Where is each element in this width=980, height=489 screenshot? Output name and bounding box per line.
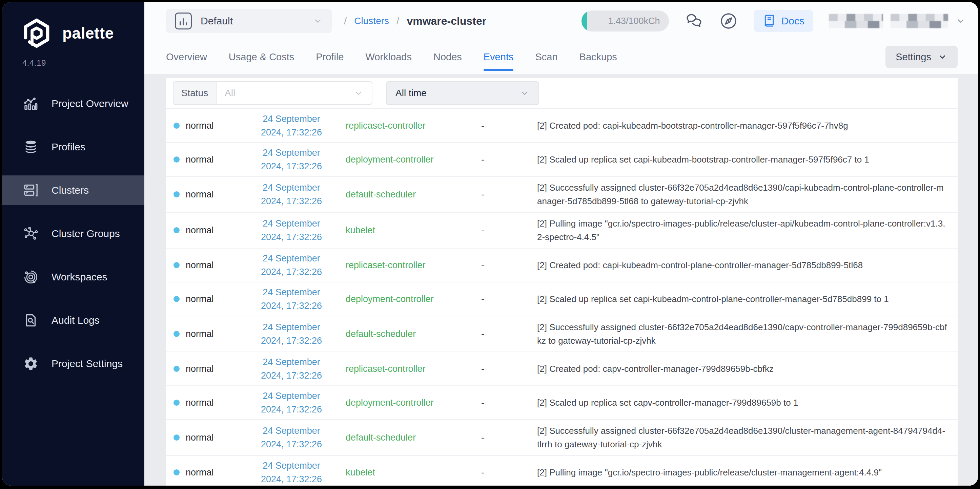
event-date-cell: 24 September 2024, 17:32:26 xyxy=(237,112,346,139)
event-message-cell: [2] Created pod: capi-kubeadm-control-pl… xyxy=(519,254,958,276)
sidebar-item-label: Clusters xyxy=(51,184,89,196)
user-name-redacted xyxy=(891,14,948,28)
status-text: normal xyxy=(186,329,214,339)
sidebar-item-profiles[interactable]: Profiles xyxy=(2,132,144,162)
table-row[interactable]: normal 24 September 2024, 17:32:26 deplo… xyxy=(166,283,958,316)
tab-events[interactable]: Events xyxy=(484,40,514,74)
tab-workloads[interactable]: Workloads xyxy=(365,40,411,74)
status-text: normal xyxy=(186,364,214,374)
event-message-cell: [2] Scaled up replica set capv-controlle… xyxy=(519,392,958,413)
event-object-cell: - xyxy=(481,154,519,165)
table-row[interactable]: normal 24 September 2024, 17:32:26 kubel… xyxy=(166,213,958,249)
event-source-cell: deployment-controller xyxy=(346,398,481,408)
table-row[interactable]: normal 24 September 2024, 17:32:26 kubel… xyxy=(166,456,958,486)
events-card: Status All All time xyxy=(166,78,958,486)
event-date-line2: 2024, 17:32:26 xyxy=(237,159,346,173)
chevron-down-icon xyxy=(956,16,966,26)
event-status-cell: normal xyxy=(166,364,237,374)
tab-profile[interactable]: Profile xyxy=(316,40,344,74)
palette-logo-icon xyxy=(21,17,52,49)
event-source-cell: deployment-controller xyxy=(346,154,481,165)
table-row[interactable]: normal 24 September 2024, 17:32:26 repli… xyxy=(166,352,958,386)
event-object-cell: - xyxy=(481,398,519,408)
user-menu[interactable] xyxy=(829,14,966,28)
event-date-line1: 24 September xyxy=(237,424,346,438)
event-object-cell: - xyxy=(481,364,519,374)
table-row[interactable]: normal 24 September 2024, 17:32:26 repli… xyxy=(166,109,958,143)
usage-badge[interactable]: 1.43/100kCh xyxy=(581,11,669,32)
event-source-cell: default-scheduler xyxy=(346,432,481,443)
book-icon xyxy=(762,14,776,28)
gear-icon xyxy=(23,356,39,372)
table-row[interactable]: normal 24 September 2024, 17:32:26 deplo… xyxy=(166,386,958,420)
sidebar-item-label: Project Settings xyxy=(51,358,123,370)
tab-scan[interactable]: Scan xyxy=(535,40,557,74)
event-message-cell: [2] Pulling image "gcr.io/spectro-images… xyxy=(519,213,958,248)
event-message-cell: [2] Successfully assigned cluster-66f32e… xyxy=(519,177,958,212)
event-status-cell: normal xyxy=(166,467,237,478)
brand-name: palette xyxy=(62,24,114,42)
app-version: 4.4.19 xyxy=(2,49,144,68)
event-date-line1: 24 September xyxy=(237,146,346,159)
table-row[interactable]: normal 24 September 2024, 17:32:26 defau… xyxy=(166,316,958,352)
project-selector[interactable]: Default xyxy=(166,9,332,33)
status-filter: Status All xyxy=(173,81,372,105)
breadcrumb-link-clusters[interactable]: Clusters xyxy=(354,16,389,26)
status-text: normal xyxy=(186,260,214,271)
table-row[interactable]: normal 24 September 2024, 17:32:26 defau… xyxy=(166,177,958,213)
time-range-select[interactable]: All time xyxy=(386,81,539,105)
event-source-cell: replicaset-controller xyxy=(346,364,481,374)
tab-nodes[interactable]: Nodes xyxy=(433,40,462,74)
sidebar-item-workspaces[interactable]: Workspaces xyxy=(2,262,144,292)
table-row[interactable]: normal 24 September 2024, 17:32:26 deplo… xyxy=(166,143,958,177)
sidebar-item-project-settings[interactable]: Project Settings xyxy=(2,349,144,379)
sidebar-item-label: Project Overview xyxy=(51,98,129,110)
sidebar-item-label: Workspaces xyxy=(51,271,107,283)
event-date-line1: 24 September xyxy=(237,389,346,403)
event-source-cell: kubelet xyxy=(346,467,481,478)
tabs: Overview Usage & Costs Profile Workloads… xyxy=(166,40,617,74)
chevron-down-icon xyxy=(937,52,947,62)
event-date-line2: 2024, 17:32:26 xyxy=(237,265,346,279)
event-status-cell: normal xyxy=(166,260,237,271)
event-object-cell: - xyxy=(481,294,519,305)
sidebar-item-audit-logs[interactable]: Audit Logs xyxy=(2,305,144,335)
event-date-cell: 24 September 2024, 17:32:26 xyxy=(237,217,346,244)
event-source-cell: default-scheduler xyxy=(346,189,481,200)
status-text: normal xyxy=(186,189,214,200)
filter-bar: Status All All time xyxy=(166,78,958,109)
event-date-cell: 24 September 2024, 17:32:26 xyxy=(237,459,346,486)
document-search-icon xyxy=(23,313,39,328)
table-row[interactable]: normal 24 September 2024, 17:32:26 defau… xyxy=(166,420,958,456)
event-date-cell: 24 September 2024, 17:32:26 xyxy=(237,286,346,313)
table-row[interactable]: normal 24 September 2024, 17:32:26 repli… xyxy=(166,249,958,283)
event-message-cell: [2] Created pod: capv-controller-manager… xyxy=(519,358,958,379)
breadcrumb-current-cluster: vmware-cluster xyxy=(407,15,486,27)
app-window: palette 4.4.19 Project Overview xyxy=(2,2,978,486)
tab-overview[interactable]: Overview xyxy=(166,40,207,74)
sidebar-item-project-overview[interactable]: Project Overview xyxy=(2,89,144,119)
chat-icon[interactable] xyxy=(684,11,703,30)
sidebar-item-label: Cluster Groups xyxy=(51,228,120,240)
event-message-cell: [2] Pulling image "gcr.io/spectro-images… xyxy=(519,462,958,483)
event-source-cell: replicaset-controller xyxy=(346,260,481,271)
status-text: normal xyxy=(186,154,214,165)
chevron-down-icon xyxy=(353,88,364,98)
event-status-cell: normal xyxy=(166,225,237,236)
event-object-cell: - xyxy=(481,329,519,339)
event-status-cell: normal xyxy=(166,189,237,200)
sidebar-item-cluster-groups[interactable]: Cluster Groups xyxy=(2,219,144,249)
event-date-line1: 24 September xyxy=(237,112,346,125)
chevron-down-icon xyxy=(519,88,530,98)
bar-chart-icon xyxy=(23,96,39,111)
event-object-cell: - xyxy=(481,260,519,271)
settings-button[interactable]: Settings xyxy=(885,46,958,68)
sidebar-item-clusters[interactable]: Clusters xyxy=(2,175,144,205)
docs-button[interactable]: Docs xyxy=(754,10,813,32)
tab-usage-costs[interactable]: Usage & Costs xyxy=(229,40,294,74)
tab-backups[interactable]: Backups xyxy=(579,40,617,74)
event-date-line2: 2024, 17:32:26 xyxy=(237,299,346,313)
compass-icon[interactable] xyxy=(719,11,738,30)
status-filter-select[interactable]: All xyxy=(216,81,372,105)
event-message-cell: [2] Successfully assigned cluster-66f32e… xyxy=(519,316,958,351)
